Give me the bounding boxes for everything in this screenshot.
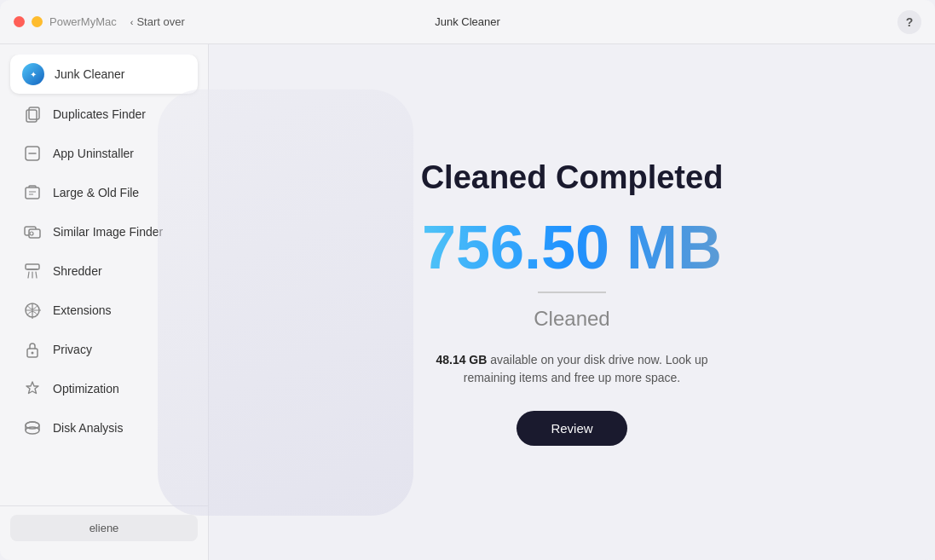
privacy-icon [22, 339, 43, 360]
app-uninstaller-icon [22, 143, 43, 164]
svg-line-13 [36, 272, 37, 278]
sidebar-item-label: Junk Cleaner [55, 67, 125, 81]
junk-cleaner-icon [22, 63, 44, 85]
extensions-icon [22, 300, 43, 320]
sidebar-footer: eliene [0, 505, 208, 550]
sidebar-item-label: Optimization [53, 382, 119, 395]
sidebar-item-label: Disk Analysis [53, 421, 123, 435]
sidebar-item-label: Large & Old File [53, 186, 139, 199]
sidebar-item-junk-cleaner[interactable]: Junk Cleaner [10, 55, 198, 94]
available-gb: 48.14 GB [436, 353, 487, 367]
chevron-left-icon: ‹ [130, 17, 134, 27]
cleaned-label: Cleaned [534, 307, 609, 331]
cleaned-amount: 756.50 MB [422, 216, 722, 278]
sidebar-item-label: Duplicates Finder [53, 107, 146, 121]
result-panel: Cleaned Completed 756.50 MB Cleaned 48.1… [421, 159, 724, 446]
svg-rect-4 [26, 188, 39, 199]
large-old-file-icon [22, 182, 43, 203]
title-bar: PowerMyMac ‹ Start over Junk Cleaner ? [0, 0, 935, 44]
main-layout: Junk Cleaner Duplicates Finder [0, 44, 935, 560]
help-icon: ? [906, 15, 914, 29]
disk-analysis-icon [22, 418, 43, 438]
svg-rect-1 [29, 107, 39, 119]
minimize-button[interactable] [32, 16, 43, 27]
svg-line-11 [28, 272, 29, 278]
sidebar-item-label: Extensions [53, 303, 111, 317]
sidebar-item-label: Similar Image Finder [53, 225, 163, 239]
sidebar-item-label: App Uninstaller [53, 147, 134, 160]
svg-rect-8 [29, 229, 40, 238]
duplicates-finder-icon [22, 104, 43, 124]
close-button[interactable] [14, 16, 25, 27]
completed-title: Cleaned Completed [421, 159, 724, 196]
traffic-lights [14, 16, 43, 27]
svg-point-19 [26, 422, 39, 429]
available-text: 48.14 GB available on your disk drive no… [436, 351, 708, 387]
window-title: Junk Cleaner [435, 15, 500, 28]
review-button[interactable]: Review [517, 411, 626, 446]
svg-rect-10 [26, 264, 39, 269]
user-label: eliene [10, 515, 198, 541]
help-button[interactable]: ? [897, 10, 921, 34]
shredder-icon [22, 261, 43, 281]
sidebar-item-label: Privacy [53, 343, 92, 356]
svg-point-17 [32, 352, 34, 355]
available-description: available on your disk drive now. Look u… [464, 353, 708, 384]
start-over-label: Start over [136, 15, 184, 28]
svg-rect-0 [26, 110, 37, 122]
content-area: Cleaned Completed 756.50 MB Cleaned 48.1… [209, 44, 935, 560]
optimization-icon [22, 378, 43, 399]
divider [538, 292, 606, 293]
sidebar-item-label: Shredder [53, 264, 102, 278]
start-over-button[interactable]: ‹ Start over [130, 15, 185, 28]
similar-image-finder-icon [22, 222, 43, 242]
app-name: PowerMyMac [49, 15, 117, 28]
